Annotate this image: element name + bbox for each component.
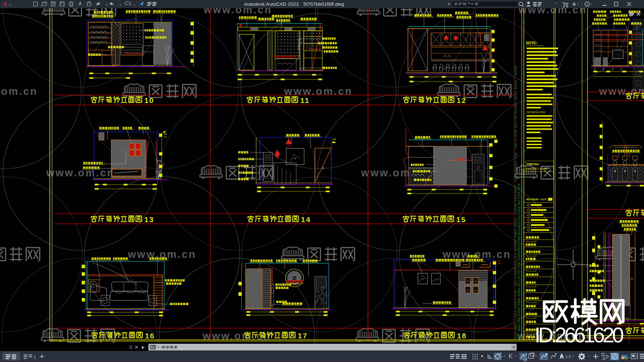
svg-text:1: 1 [34,355,36,360]
svg-text:?: ? [586,3,588,6]
svg-text:11: 11 [300,96,309,104]
svg-text:REVISION: REVISION [526,198,538,201]
svg-text:SOS MED . LNES SHGIT THE . HUI: SOS MED . LNES SHGIT THE . HUI FLOOR DG,… [514,65,517,339]
svg-text:2.4: 2.4 [164,136,167,138]
svg-text:DATE: DATE [540,198,547,201]
svg-text:NOTE:: NOTE: [526,41,537,45]
svg-text:PROJECT NAME: PROJECT NAME [527,167,548,170]
svg-text:www.om.cn: www.om.cn [284,85,353,97]
svg-text:25: 25 [333,138,336,141]
svg-text:5f707bb01f8ff.dwg: 5f707bb01f8ff.dwg [303,1,344,7]
svg-text:X: X [322,166,324,170]
svg-text:18: 18 [457,332,467,340]
svg-text:1:1: 1:1 [565,354,571,359]
svg-text:16: 16 [145,332,155,340]
svg-text:TIBOSU: TIBOSU [527,162,539,166]
svg-text:www.om.cn: www.om.cn [442,249,511,260]
svg-text:10: 10 [144,96,154,104]
svg-text:12: 12 [457,96,466,104]
svg-text:www.om.cn: www.om.cn [0,85,38,97]
svg-text:A: A [3,1,7,8]
svg-text:25: 25 [498,262,500,264]
svg-text:A: A [572,1,576,7]
svg-text:2ET . BWS FLA 500SP ZHEN SHEN: 2ET . BWS FLA 500SP ZHEN SHEN DO,LTD CO.… [517,184,521,340]
svg-text:www.om.cn: www.om.cn [46,167,115,178]
svg-text:14: 14 [301,215,311,224]
svg-text:15: 15 [456,215,466,224]
svg-text:GB 50210-2001: GB 50210-2001 [527,111,546,114]
svg-text:25: 25 [164,133,167,135]
svg-text:17: 17 [298,332,307,340]
svg-text:13: 13 [144,215,154,224]
svg-text:Autodesk AutoCAD 2022: Autodesk AutoCAD 2022 [244,1,299,7]
